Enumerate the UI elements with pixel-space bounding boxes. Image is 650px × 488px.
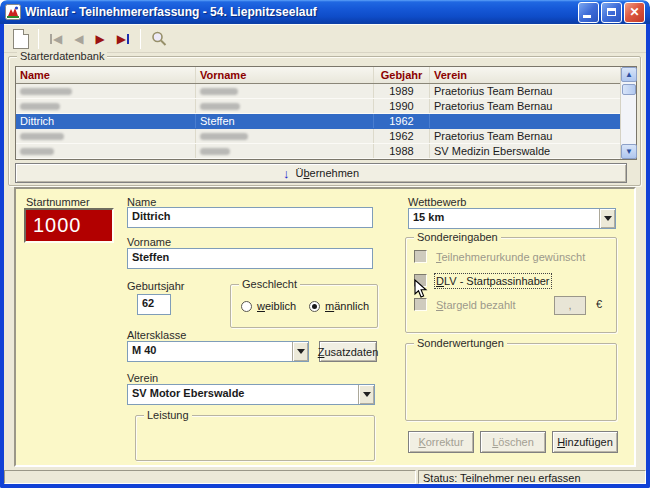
geburtsjahr-label: Geburtsjahr — [127, 280, 184, 292]
redacted-text — [200, 103, 240, 110]
nav-prev-button[interactable]: ◀ — [68, 33, 89, 45]
cell-name — [16, 144, 196, 158]
new-record-icon — [13, 29, 29, 49]
wettbewerb-combobox[interactable]: 15 km — [408, 208, 616, 229]
label-text: ernehmen — [310, 167, 360, 179]
uebernehmen-button[interactable]: ↓ Übernehmen — [15, 163, 627, 183]
wettbewerb-label: Wettbewerb — [408, 196, 467, 208]
label-text: usatzdaten — [324, 346, 378, 358]
minimize-button[interactable] — [578, 2, 599, 23]
cell-gebjahr: 1990 — [374, 99, 430, 113]
table-scrollbar[interactable]: ▲ ▼ — [620, 67, 636, 159]
label-text: targeld bezahlt — [443, 299, 515, 311]
label-text: K — [418, 436, 425, 448]
window-body: ◀ ◀ ▶ ▶ Starterdatenbank Name Vorname — [0, 24, 650, 488]
geburtsjahr-input[interactable]: 62 — [137, 294, 171, 315]
nav-next-button[interactable]: ▶ — [89, 33, 110, 45]
close-button[interactable]: ✕ — [624, 2, 645, 23]
cell-gebjahr: 1989 — [374, 84, 430, 98]
nav-last-icon — [127, 34, 129, 44]
app-icon — [5, 4, 21, 20]
table-row[interactable]: 1989 Praetorius Team Bernau — [16, 84, 620, 99]
starter-grid: Name Vorname Gebjahr Verein 1989 Praetor… — [16, 67, 620, 159]
geschlecht-group: Geschlecht weiblich männlich — [230, 284, 378, 328]
label-text: inzufügen — [565, 436, 613, 448]
verein-combobox[interactable]: SV Motor Eberswalde — [127, 384, 375, 405]
dropdown-button[interactable] — [292, 342, 308, 361]
new-record-button[interactable] — [9, 27, 33, 51]
search-icon — [150, 30, 168, 48]
sondereingaben-label: Sondereingaben — [414, 231, 501, 243]
label-text: w — [257, 300, 265, 312]
sondereingaben-group: Sondereingaben Teilnehmerurkunde gewünsc… — [405, 237, 617, 333]
chevron-down-icon — [604, 216, 612, 221]
scroll-down-icon[interactable]: ▼ — [621, 144, 637, 159]
redacted-text — [20, 133, 64, 140]
label-text: eilnehmerurkunde gewünscht — [442, 251, 586, 263]
cell-gebjahr: 1962 — [374, 129, 430, 143]
cell-name — [16, 99, 196, 113]
maennlich-radio[interactable]: männlich — [309, 300, 369, 312]
cell-verein — [430, 114, 620, 128]
altersklasse-label: Altersklasse — [127, 329, 186, 341]
zusatzdaten-button[interactable]: Zusatzdaten — [319, 341, 377, 362]
checkbox-icon — [414, 250, 427, 263]
scroll-up-icon[interactable]: ▲ — [621, 67, 637, 82]
startgeld-checkbox[interactable]: Stargeld bezahlt — [414, 298, 516, 311]
teilnehmerurkunde-checkbox[interactable]: Teilnehmerurkunde gewünscht — [414, 250, 585, 263]
verein-label: Verein — [127, 372, 158, 384]
column-header-vorname[interactable]: Vorname — [196, 67, 374, 83]
maximize-icon — [607, 8, 616, 16]
redacted-text — [20, 103, 60, 110]
starterdatenbank-label: Starterdatenbank — [17, 50, 107, 62]
label-text: LV - Startpassinhaber — [444, 275, 550, 287]
leistung-group: Leistung — [135, 415, 375, 461]
table-row[interactable]: 1962 Praetorius Team Bernau — [16, 129, 620, 144]
status-text: Status: Teilnehmer neu erfassen — [418, 470, 646, 484]
redacted-text — [200, 88, 238, 95]
dropdown-button[interactable] — [599, 209, 615, 228]
table-header-row: Name Vorname Gebjahr Verein — [16, 67, 620, 84]
column-header-verein[interactable]: Verein — [430, 67, 620, 83]
hinzufuegen-button[interactable]: Hinzufügen — [552, 431, 618, 453]
nav-first-button[interactable]: ◀ — [44, 33, 68, 45]
maximize-button[interactable] — [601, 2, 622, 23]
scroll-track[interactable] — [621, 95, 636, 144]
table-row[interactable]: 1988 SV Medizin Eberswalde — [16, 144, 620, 159]
toolbar-separator — [140, 29, 141, 49]
nav-last-button[interactable]: ▶ — [111, 33, 135, 45]
cell-vorname — [196, 144, 374, 158]
dropdown-button[interactable] — [358, 385, 374, 404]
vorname-input[interactable]: Steffen — [127, 248, 373, 269]
redacted-text — [20, 148, 54, 155]
column-header-gebjahr[interactable]: Gebjahr — [374, 67, 430, 83]
window-title: Winlauf - Teilnehmererfassung - 54. Liep… — [25, 5, 578, 19]
table-row[interactable]: 1990 Praetorius Team Bernau — [16, 99, 620, 114]
search-button[interactable] — [146, 27, 172, 51]
table-row-selected[interactable]: Dittrich Steffen 1962 — [16, 114, 620, 129]
column-header-name[interactable]: Name — [16, 67, 196, 83]
cell-vorname: Steffen — [196, 114, 374, 128]
altersklasse-value: M 40 — [128, 342, 292, 361]
cell-gebjahr: 1962 — [374, 114, 430, 128]
scroll-thumb[interactable] — [622, 84, 636, 95]
status-bar: Status: Teilnehmer neu erfassen — [4, 469, 646, 484]
startgeld-label: Stargeld bezahlt — [436, 299, 516, 311]
cell-vorname — [196, 99, 374, 113]
down-arrow-icon: ↓ — [283, 167, 290, 180]
label-text: eiblich — [265, 300, 296, 312]
redacted-text — [200, 133, 248, 140]
altersklasse-combobox[interactable]: M 40 — [127, 341, 309, 362]
startgeld-amount-input[interactable]: , — [554, 296, 586, 315]
redacted-text — [20, 88, 72, 95]
label-text: m — [325, 300, 334, 312]
korrektur-button[interactable]: Korrektur — [408, 431, 474, 453]
verein-value: SV Motor Eberswalde — [128, 385, 358, 404]
toolbar-separator — [38, 29, 39, 49]
weiblich-radio[interactable]: weiblich — [241, 300, 296, 312]
dlv-checkbox[interactable]: DLV - Startpassinhaber — [414, 274, 550, 287]
cell-name — [16, 84, 196, 98]
loeschen-button[interactable]: Löschen — [480, 431, 546, 453]
name-input[interactable]: Dittrich — [127, 207, 373, 228]
cell-verein: Praetorius Team Bernau — [430, 84, 620, 98]
